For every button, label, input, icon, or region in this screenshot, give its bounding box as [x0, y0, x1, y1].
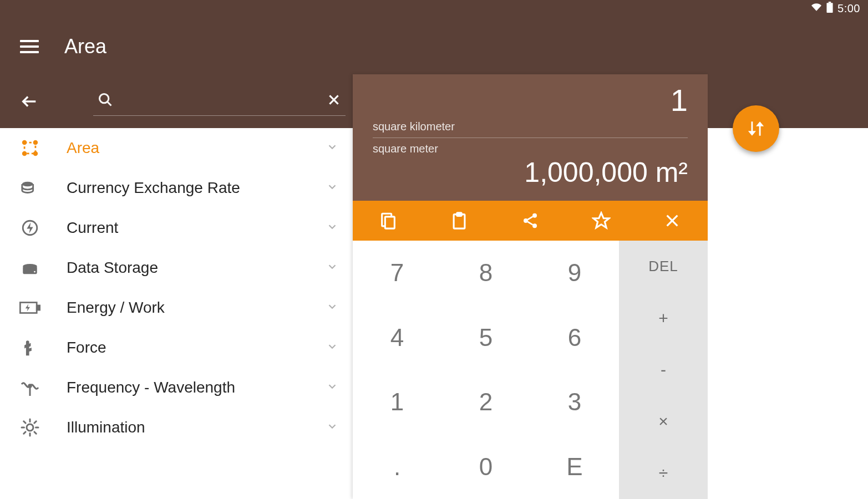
close-icon[interactable]: [327, 93, 341, 109]
chevron-down-icon: [326, 340, 338, 355]
category-item-frequency[interactable]: Frequency - Wavelength: [0, 368, 353, 408]
svg-point-9: [34, 141, 37, 144]
key-plus[interactable]: +: [619, 292, 708, 344]
svg-point-17: [34, 271, 35, 273]
key-0[interactable]: 0: [441, 435, 530, 500]
wifi-icon: [811, 2, 822, 15]
converter-panel: 1 square kilometer square meter 1,000,00…: [353, 74, 708, 499]
svg-point-35: [532, 213, 537, 218]
favorite-button[interactable]: [566, 201, 637, 241]
search-field[interactable]: [93, 89, 346, 116]
category-label: Data Storage: [67, 259, 326, 277]
category-list[interactable]: AreaCurrency Exchange RateCurrentData St…: [0, 128, 353, 499]
status-bar: 5:00: [0, 0, 868, 17]
category-item-energy[interactable]: Energy / Work: [0, 288, 353, 328]
frequency-icon: [18, 379, 42, 396]
key-2[interactable]: 2: [441, 370, 530, 435]
copy-button[interactable]: [353, 201, 424, 241]
storage-icon: [18, 258, 42, 277]
from-unit-selector[interactable]: square kilometer: [373, 120, 688, 138]
converter-output-value: 1,000,000 m²: [373, 156, 688, 189]
category-label: Illumination: [67, 419, 326, 436]
action-row: [353, 201, 708, 241]
key-8[interactable]: 8: [441, 241, 530, 305]
key-6[interactable]: 6: [530, 305, 619, 370]
battery-icon: [826, 2, 833, 16]
currency-icon: [18, 179, 42, 197]
key-4[interactable]: 4: [353, 305, 441, 370]
key-9[interactable]: 9: [530, 241, 619, 305]
key-divide[interactable]: ÷: [619, 447, 708, 499]
swap-units-fab[interactable]: [733, 105, 779, 152]
chevron-down-icon: [326, 301, 338, 315]
svg-rect-1: [829, 2, 831, 3]
svg-point-11: [34, 152, 37, 155]
to-unit-selector[interactable]: square meter: [373, 138, 688, 155]
back-icon[interactable]: [20, 92, 39, 113]
category-item-storage[interactable]: Data Storage: [0, 248, 353, 288]
app-bar: Area: [0, 17, 868, 77]
category-label: Current: [67, 219, 326, 237]
search-input[interactable]: [122, 94, 318, 108]
svg-point-10: [23, 152, 26, 155]
converter-display: 1 square kilometer square meter 1,000,00…: [353, 74, 708, 201]
right-blank-area: [708, 128, 868, 499]
svg-line-30: [24, 432, 26, 434]
paste-button[interactable]: [424, 201, 495, 241]
category-label: Area: [67, 139, 326, 157]
chevron-down-icon: [326, 181, 338, 195]
svg-point-3: [100, 94, 109, 103]
illumination-icon: [18, 417, 42, 437]
key-1[interactable]: 1: [353, 370, 441, 435]
svg-point-22: [29, 385, 32, 388]
clear-button[interactable]: [637, 201, 708, 241]
svg-line-29: [34, 432, 36, 434]
svg-point-12: [22, 182, 33, 187]
chevron-down-icon: [326, 420, 338, 435]
key-E[interactable]: E: [530, 435, 619, 500]
svg-marker-14: [27, 222, 33, 233]
category-label: Force: [67, 339, 326, 357]
page-title: Area: [64, 35, 106, 58]
hamburger-icon[interactable]: [20, 40, 39, 53]
key-5[interactable]: 5: [441, 305, 530, 370]
category-item-area[interactable]: Area: [0, 128, 353, 168]
force-icon: [18, 338, 42, 357]
current-icon: [18, 218, 42, 237]
svg-rect-19: [37, 305, 39, 310]
svg-line-28: [24, 421, 26, 423]
category-label: Frequency - Wavelength: [67, 379, 326, 396]
category-item-illumination[interactable]: Illumination: [0, 408, 353, 447]
energy-icon: [18, 301, 42, 314]
keypad: 789456123.0E DEL + - × ÷: [353, 241, 708, 499]
key-7[interactable]: 7: [353, 241, 441, 305]
svg-point-8: [23, 141, 26, 144]
chevron-down-icon: [326, 261, 338, 275]
svg-point-16: [23, 264, 37, 269]
category-label: Energy / Work: [67, 299, 326, 317]
chevron-down-icon: [326, 221, 338, 235]
svg-rect-0: [827, 3, 833, 13]
key-dot[interactable]: .: [353, 435, 441, 500]
category-label: Currency Exchange Rate: [67, 179, 326, 197]
chevron-down-icon: [326, 141, 338, 155]
search-icon: [98, 92, 113, 110]
category-item-force[interactable]: Force: [0, 328, 353, 368]
chevron-down-icon: [326, 380, 338, 395]
svg-marker-38: [593, 213, 609, 228]
key-del[interactable]: DEL: [619, 241, 708, 292]
key-3[interactable]: 3: [530, 370, 619, 435]
svg-point-23: [27, 424, 33, 431]
svg-point-36: [524, 218, 528, 223]
key-minus[interactable]: -: [619, 344, 708, 395]
category-item-currency[interactable]: Currency Exchange Rate: [0, 168, 353, 208]
key-times[interactable]: ×: [619, 396, 708, 447]
svg-line-31: [34, 421, 36, 423]
area-icon: [18, 139, 42, 157]
status-time: 5:00: [837, 2, 860, 15]
svg-marker-20: [26, 304, 30, 312]
svg-rect-32: [385, 217, 394, 228]
svg-line-4: [108, 102, 111, 106]
share-button[interactable]: [495, 201, 566, 241]
category-item-current[interactable]: Current: [0, 208, 353, 248]
